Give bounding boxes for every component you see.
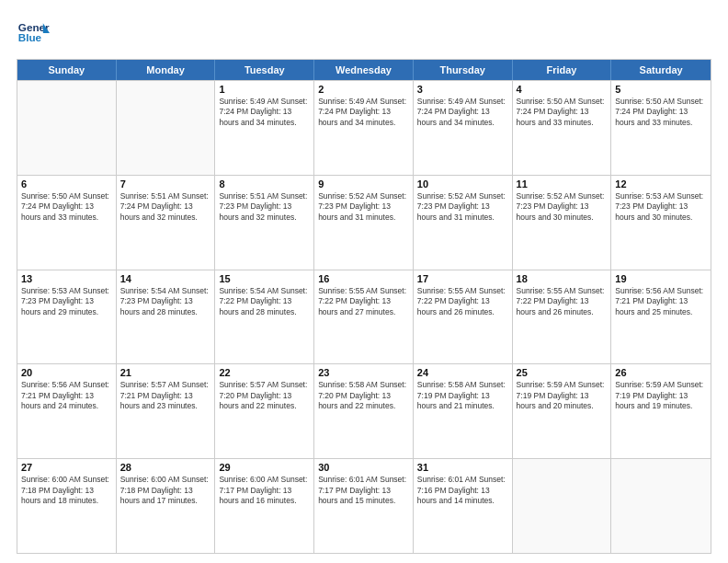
calendar-cell: 20Sunrise: 5:56 AM Sunset: 7:21 PM Dayli… [17,364,117,458]
cell-day-number: 8 [219,178,310,190]
cell-day-number: 15 [219,273,310,284]
cell-info: Sunrise: 5:55 AM Sunset: 7:22 PM Dayligh… [318,286,409,317]
cell-day-number: 31 [417,462,508,473]
calendar-cell [513,459,612,553]
calendar-cell: 28Sunrise: 6:00 AM Sunset: 7:18 PM Dayli… [117,459,216,553]
cell-info: Sunrise: 5:50 AM Sunset: 7:24 PM Dayligh… [517,97,608,128]
cell-day-number: 26 [615,367,707,378]
cell-day-number: 27 [21,462,112,473]
calendar-week: 1Sunrise: 5:49 AM Sunset: 7:24 PM Daylig… [17,80,711,175]
calendar-week: 27Sunrise: 6:00 AM Sunset: 7:18 PM Dayli… [17,458,711,553]
cell-day-number: 3 [417,84,508,95]
cell-day-number: 14 [120,273,211,284]
calendar-cell: 21Sunrise: 5:57 AM Sunset: 7:21 PM Dayli… [117,364,216,458]
day-header: Monday [117,60,216,80]
cell-info: Sunrise: 5:51 AM Sunset: 7:23 PM Dayligh… [219,191,310,223]
calendar-cell: 11Sunrise: 5:52 AM Sunset: 7:23 PM Dayli… [513,176,612,270]
calendar-cell: 1Sunrise: 5:49 AM Sunset: 7:24 PM Daylig… [215,81,314,175]
calendar-cell [117,81,216,175]
calendar-cell: 4Sunrise: 5:50 AM Sunset: 7:24 PM Daylig… [513,81,612,175]
calendar-cell: 2Sunrise: 5:49 AM Sunset: 7:24 PM Daylig… [314,81,414,175]
day-header: Friday [513,60,612,80]
day-header: Saturday [611,60,711,80]
cell-day-number: 30 [318,462,409,473]
cell-info: Sunrise: 5:50 AM Sunset: 7:24 PM Dayligh… [615,97,707,128]
cell-info: Sunrise: 5:56 AM Sunset: 7:21 PM Dayligh… [21,380,112,411]
cell-day-number: 24 [417,367,508,378]
calendar-cell: 10Sunrise: 5:52 AM Sunset: 7:23 PM Dayli… [414,176,513,270]
calendar-cell: 18Sunrise: 5:55 AM Sunset: 7:22 PM Dayli… [513,270,612,364]
calendar-grid: 1Sunrise: 5:49 AM Sunset: 7:24 PM Daylig… [17,80,711,553]
calendar-cell: 25Sunrise: 5:59 AM Sunset: 7:19 PM Dayli… [513,364,612,458]
cell-info: Sunrise: 5:52 AM Sunset: 7:23 PM Dayligh… [517,191,608,223]
cell-info: Sunrise: 5:49 AM Sunset: 7:24 PM Dayligh… [417,97,508,128]
cell-day-number: 21 [120,367,211,378]
calendar-cell: 7Sunrise: 5:51 AM Sunset: 7:24 PM Daylig… [117,176,216,270]
cell-day-number: 1 [219,84,310,95]
calendar-cell: 26Sunrise: 5:59 AM Sunset: 7:19 PM Dayli… [611,364,711,458]
cell-info: Sunrise: 5:55 AM Sunset: 7:22 PM Dayligh… [417,286,508,317]
day-header: Wednesday [314,60,414,80]
calendar-cell: 31Sunrise: 6:01 AM Sunset: 7:16 PM Dayli… [414,459,513,553]
cell-info: Sunrise: 5:53 AM Sunset: 7:23 PM Dayligh… [21,286,112,317]
cell-info: Sunrise: 5:56 AM Sunset: 7:21 PM Dayligh… [615,286,707,317]
svg-text:Blue: Blue [18,31,42,43]
cell-day-number: 11 [517,178,608,190]
calendar-cell [611,459,711,553]
cell-info: Sunrise: 5:58 AM Sunset: 7:20 PM Dayligh… [318,380,409,411]
cell-day-number: 16 [318,273,409,284]
calendar-cell: 3Sunrise: 5:49 AM Sunset: 7:24 PM Daylig… [414,81,513,175]
cell-day-number: 13 [21,273,112,284]
calendar-cell: 6Sunrise: 5:50 AM Sunset: 7:24 PM Daylig… [17,176,117,270]
day-headers: SundayMondayTuesdayWednesdayThursdayFrid… [17,60,711,80]
calendar-cell [17,81,117,175]
calendar-cell: 8Sunrise: 5:51 AM Sunset: 7:23 PM Daylig… [215,176,314,270]
calendar-cell: 14Sunrise: 5:54 AM Sunset: 7:23 PM Dayli… [117,270,216,364]
cell-info: Sunrise: 5:54 AM Sunset: 7:22 PM Dayligh… [219,286,310,317]
calendar-cell: 22Sunrise: 5:57 AM Sunset: 7:20 PM Dayli… [215,364,314,458]
cell-info: Sunrise: 5:52 AM Sunset: 7:23 PM Dayligh… [417,191,508,223]
cell-day-number: 18 [517,273,608,284]
cell-day-number: 17 [417,273,508,284]
cell-info: Sunrise: 5:54 AM Sunset: 7:23 PM Dayligh… [120,286,211,317]
cell-day-number: 20 [21,367,112,378]
cell-info: Sunrise: 5:58 AM Sunset: 7:19 PM Dayligh… [417,380,508,411]
cell-day-number: 4 [517,84,608,95]
cell-info: Sunrise: 5:59 AM Sunset: 7:19 PM Dayligh… [517,380,608,411]
cell-day-number: 9 [318,178,409,190]
cell-day-number: 28 [120,462,211,473]
logo-icon: General Blue [17,17,50,50]
cell-info: Sunrise: 6:01 AM Sunset: 7:17 PM Dayligh… [318,475,409,506]
calendar-cell: 24Sunrise: 5:58 AM Sunset: 7:19 PM Dayli… [414,364,513,458]
cell-info: Sunrise: 6:01 AM Sunset: 7:16 PM Dayligh… [417,475,508,506]
cell-day-number: 12 [615,178,707,190]
page-header: General Blue [17,17,711,50]
calendar-cell: 27Sunrise: 6:00 AM Sunset: 7:18 PM Dayli… [17,459,117,553]
calendar-cell: 29Sunrise: 6:00 AM Sunset: 7:17 PM Dayli… [215,459,314,553]
cell-info: Sunrise: 5:52 AM Sunset: 7:23 PM Dayligh… [318,191,409,223]
cell-info: Sunrise: 6:00 AM Sunset: 7:18 PM Dayligh… [21,475,112,506]
cell-day-number: 5 [615,84,707,95]
cell-day-number: 2 [318,84,409,95]
cell-info: Sunrise: 5:57 AM Sunset: 7:21 PM Dayligh… [120,380,211,411]
cell-info: Sunrise: 5:55 AM Sunset: 7:22 PM Dayligh… [517,286,608,317]
cell-info: Sunrise: 5:53 AM Sunset: 7:23 PM Dayligh… [615,191,707,223]
calendar-week: 20Sunrise: 5:56 AM Sunset: 7:21 PM Dayli… [17,363,711,458]
day-header: Thursday [414,60,513,80]
cell-info: Sunrise: 5:59 AM Sunset: 7:19 PM Dayligh… [615,380,707,411]
cell-info: Sunrise: 6:00 AM Sunset: 7:17 PM Dayligh… [219,475,310,506]
cell-day-number: 19 [615,273,707,284]
cell-day-number: 23 [318,367,409,378]
cell-day-number: 29 [219,462,310,473]
calendar-cell: 19Sunrise: 5:56 AM Sunset: 7:21 PM Dayli… [611,270,711,364]
cell-info: Sunrise: 5:51 AM Sunset: 7:24 PM Dayligh… [120,191,211,223]
logo: General Blue [17,17,50,50]
cell-day-number: 7 [120,178,211,190]
cell-day-number: 10 [417,178,508,190]
cell-info: Sunrise: 5:57 AM Sunset: 7:20 PM Dayligh… [219,380,310,411]
calendar-cell: 16Sunrise: 5:55 AM Sunset: 7:22 PM Dayli… [314,270,414,364]
cell-day-number: 22 [219,367,310,378]
calendar-cell: 5Sunrise: 5:50 AM Sunset: 7:24 PM Daylig… [611,81,711,175]
calendar: SundayMondayTuesdayWednesdayThursdayFrid… [17,59,711,554]
cell-day-number: 6 [21,178,112,190]
